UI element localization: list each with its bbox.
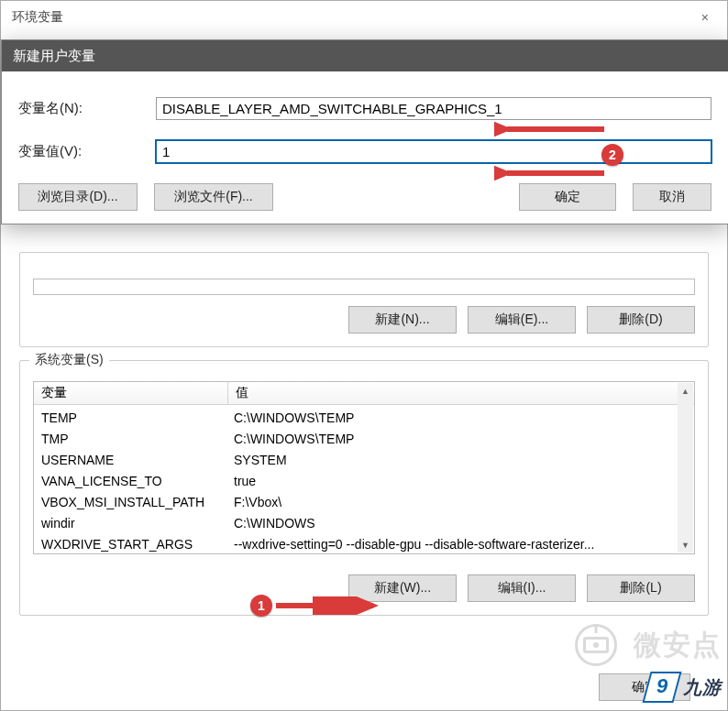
scrollbar[interactable]: ▲ ▼ bbox=[678, 383, 693, 552]
watermark-1: 微安点 bbox=[575, 624, 722, 666]
user-vars-button-row: 新建(N)... 编辑(E)... 删除(D) bbox=[33, 306, 695, 334]
annotation-badge-1: 1 bbox=[250, 595, 272, 617]
system-vars-label: 系统变量(S) bbox=[29, 352, 109, 368]
col-header-val[interactable]: 值 bbox=[228, 382, 694, 405]
table-row[interactable]: TMPC:\WINDOWS\TEMP bbox=[34, 428, 694, 449]
col-header-var[interactable]: 变量 bbox=[34, 382, 228, 405]
scroll-down-arrow-icon[interactable]: ▼ bbox=[678, 537, 693, 552]
var-value-label: 变量值(V): bbox=[18, 143, 156, 160]
table-header-row: 变量 值 bbox=[34, 382, 694, 405]
user-vars-group: 新建(N)... 编辑(E)... 删除(D) bbox=[19, 252, 709, 347]
table-body[interactable]: TEMPC:\WINDOWS\TEMP TMPC:\WINDOWS\TEMP U… bbox=[34, 405, 694, 553]
table-row[interactable]: TEMPC:\WINDOWS\TEMP bbox=[34, 407, 694, 428]
scroll-up-arrow-icon[interactable]: ▲ bbox=[678, 383, 693, 399]
env-vars-window: 环境变量 × 新建(N)... 编辑(E)... 删除(D) 系统变量(S) 变… bbox=[0, 0, 728, 711]
dialog-title: 新建用户变量 bbox=[2, 40, 728, 71]
system-new-button[interactable]: 新建(W)... bbox=[348, 574, 457, 602]
var-name-row: 变量名(N): bbox=[18, 97, 711, 120]
table-row[interactable]: USERNAMESYSTEM bbox=[34, 449, 694, 470]
user-edit-button[interactable]: 编辑(E)... bbox=[468, 306, 576, 334]
table-row[interactable]: VANA_LICENSE_TOtrue bbox=[34, 470, 694, 491]
system-vars-group: 系统变量(S) 变量 值 TEMPC:\WINDOWS\TEMP TMPC:\W… bbox=[19, 360, 709, 616]
browse-file-button[interactable]: 浏览文件(F)... bbox=[154, 183, 273, 211]
table-row[interactable]: windirC:\WINDOWS bbox=[34, 512, 694, 533]
system-delete-button[interactable]: 删除(L) bbox=[587, 574, 695, 602]
ok-button[interactable]: 确定 bbox=[519, 183, 616, 211]
system-vars-table[interactable]: 变量 值 TEMPC:\WINDOWS\TEMP TMPC:\WINDOWS\T… bbox=[33, 381, 695, 554]
annotation-badge-2: 2 bbox=[601, 144, 623, 166]
watermark-android-icon bbox=[575, 624, 617, 666]
cancel-button[interactable]: 取消 bbox=[633, 183, 711, 211]
table-row[interactable]: WXDRIVE_START_ARGS--wxdrive-setting=0 --… bbox=[34, 533, 694, 553]
watermark-text-1: 微安点 bbox=[634, 627, 722, 664]
var-name-input[interactable] bbox=[156, 97, 711, 120]
user-new-button[interactable]: 新建(N)... bbox=[348, 306, 457, 334]
user-delete-button[interactable]: 删除(D) bbox=[587, 306, 695, 334]
table-row[interactable]: VBOX_MSI_INSTALL_PATHF:\Vbox\ bbox=[34, 491, 694, 512]
dialog-button-row: 浏览目录(D)... 浏览文件(F)... 确定 取消 bbox=[18, 183, 711, 211]
scroll-track[interactable] bbox=[678, 399, 693, 537]
watermark-text-2: 九游 bbox=[683, 675, 722, 700]
window-titlebar: 环境变量 × bbox=[1, 1, 727, 34]
close-icon[interactable]: × bbox=[694, 6, 716, 28]
var-value-input[interactable] bbox=[156, 140, 711, 163]
new-user-var-dialog: 新建用户变量 变量名(N): 变量值(V): 浏览目录(D)... 浏览文件(F… bbox=[1, 39, 728, 224]
watermark-logo-icon bbox=[642, 672, 681, 703]
system-vars-button-row: 新建(W)... 编辑(I)... 删除(L) bbox=[33, 574, 695, 602]
var-name-label: 变量名(N): bbox=[18, 100, 156, 117]
system-edit-button[interactable]: 编辑(I)... bbox=[468, 574, 576, 602]
browse-dir-button[interactable]: 浏览目录(D)... bbox=[18, 183, 138, 211]
watermark-2: 九游 bbox=[646, 672, 722, 703]
window-title: 环境变量 bbox=[12, 9, 63, 26]
user-vars-list-bottom bbox=[33, 279, 695, 295]
